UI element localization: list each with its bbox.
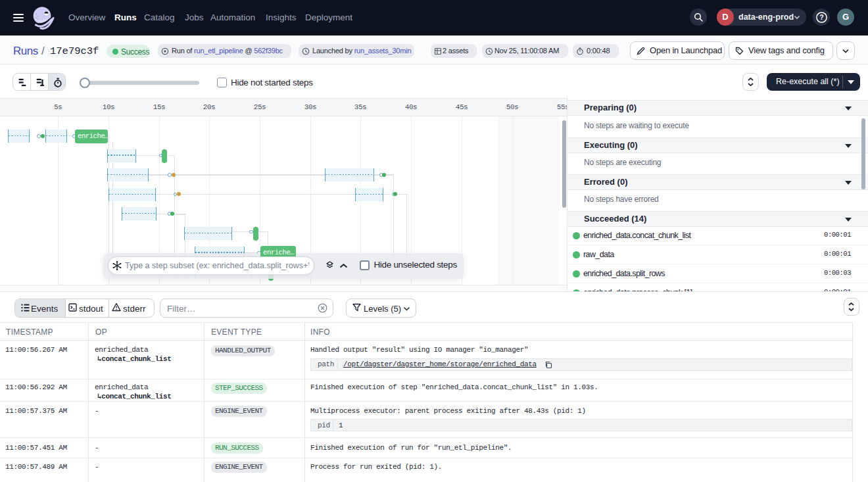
svg-text:?: ? <box>819 13 823 21</box>
